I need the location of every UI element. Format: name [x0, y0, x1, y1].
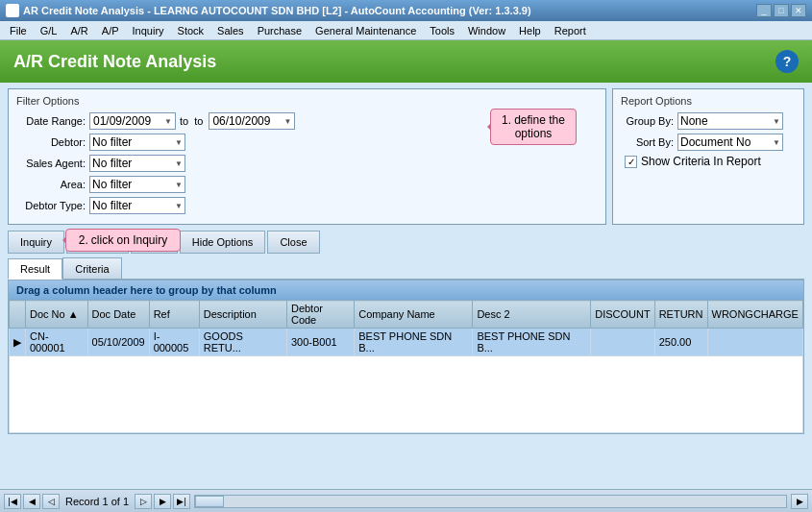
menu-help[interactable]: Help [513, 24, 547, 37]
area-row: Area: No filter ▼ [16, 176, 598, 193]
help-button[interactable]: ? [775, 50, 799, 73]
group-by-arrow: ▼ [773, 117, 780, 126]
header-banner: A/R Credit Note Analysis ? [0, 40, 812, 83]
col-company-name[interactable]: Company Name [355, 301, 473, 329]
debtor-label: Debtor: [16, 136, 86, 148]
window-controls: _ □ ✕ [756, 4, 806, 17]
tooltip1-balloon: 1. define the options [490, 109, 577, 145]
tabs: Result Criteria [8, 257, 804, 280]
filter-options-box: Filter Options Date Range: 01/09/2009 ▼ … [8, 88, 606, 225]
col-ref[interactable]: Ref [149, 301, 199, 329]
menu-window[interactable]: Window [462, 24, 511, 37]
table-row[interactable]: ▶ CN-000001 05/10/2009 I-000005 GOODS RE… [10, 329, 803, 356]
nav-last[interactable]: ▶| [173, 494, 190, 509]
nav-scroll-right[interactable]: ▶ [791, 494, 808, 509]
menu-ap[interactable]: A/P [96, 24, 125, 37]
menu-sales[interactable]: Sales [211, 24, 250, 37]
menu-general-maintenance[interactable]: General Maintenance [309, 24, 422, 37]
menu-bar: File G/L A/R A/P Inquiry Stock Sales Pur… [0, 21, 812, 40]
sales-agent-arrow: ▼ [175, 159, 183, 168]
inquiry-button[interactable]: Inquiry [8, 231, 64, 254]
cell-wrongcharge [707, 329, 803, 356]
date-to-label: to [180, 115, 188, 127]
nav-prev[interactable]: ◀ [23, 494, 40, 509]
col-doc-date[interactable]: Doc Date [87, 301, 149, 329]
menu-inquiry[interactable]: Inquiry [127, 24, 170, 37]
minimize-button[interactable]: _ [756, 4, 772, 17]
show-criteria-row: Show Criteria In Report [621, 155, 796, 168]
menu-stock[interactable]: Stock [172, 24, 210, 37]
date-to-input[interactable]: 06/10/2009 ▼ [209, 112, 295, 130]
nav-next2[interactable]: ▷ [135, 494, 152, 509]
area-label: Area: [16, 179, 86, 190]
filter-section: Filter Options Date Range: 01/09/2009 ▼ … [8, 88, 804, 225]
record-text: Record 1 of 1 [65, 496, 129, 507]
menu-gl[interactable]: G/L [35, 24, 63, 37]
maximize-button[interactable]: □ [774, 4, 789, 17]
col-doc-no[interactable]: Doc No ▲ [26, 301, 88, 329]
debtor-type-row: Debtor Type: No filter ▼ [16, 197, 598, 214]
horizontal-scrollbar[interactable] [194, 495, 787, 508]
filter-options-title: Filter Options [16, 95, 598, 107]
debtor-arrow: ▼ [175, 138, 183, 147]
row-marker: ▶ [10, 329, 26, 356]
table-container: Doc No ▲ Doc Date Ref Description Debtor… [9, 300, 803, 433]
app-icon [6, 4, 19, 17]
nav-first[interactable]: |◀ [4, 494, 21, 509]
close-button[interactable]: Close [267, 231, 319, 254]
cell-debtor-code: 300-B001 [286, 329, 354, 356]
date-from-arrow: ▼ [164, 117, 172, 126]
cell-discount [591, 329, 654, 356]
tab-criteria[interactable]: Criteria [62, 257, 121, 279]
title-bar: AR Credit Note Analysis - LEARNG AUTOCOU… [0, 0, 812, 21]
menu-ar[interactable]: A/R [64, 24, 93, 37]
col-description[interactable]: Description [199, 301, 286, 329]
page-title: A/R Credit Note Analysis [13, 52, 216, 72]
debtor-select[interactable]: No filter ▼ [89, 134, 185, 151]
sort-by-select[interactable]: Document No ▼ [677, 134, 783, 151]
date-to-arrow: ▼ [283, 117, 291, 126]
drag-header: Drag a column header here to group by th… [9, 280, 803, 300]
col-debtor-code[interactable]: Debtor Code [286, 301, 354, 329]
col-wrongcharge[interactable]: WRONGCHARGE [707, 301, 803, 329]
debtor-type-label: Debtor Type: [16, 200, 86, 211]
results-area: Drag a column header here to group by th… [8, 280, 804, 434]
debtor-type-select[interactable]: No filter ▼ [89, 197, 185, 214]
sort-by-arrow: ▼ [773, 138, 780, 147]
tab-result[interactable]: Result [8, 258, 62, 280]
hide-options-button[interactable]: Hide Options [180, 231, 266, 254]
report-options-title: Report Options [621, 95, 796, 107]
show-criteria-checkbox[interactable] [625, 156, 637, 168]
sales-agent-row: Sales Agent: No filter ▼ [16, 155, 598, 172]
data-table: Doc No ▲ Doc Date Ref Description Debtor… [9, 300, 803, 433]
nav-prev2[interactable]: ◁ [42, 494, 60, 509]
sales-agent-select[interactable]: No filter ▼ [89, 155, 185, 172]
cell-doc-date: 05/10/2009 [87, 329, 149, 356]
menu-report[interactable]: Report [549, 24, 592, 37]
group-by-row: Group By: None ▼ [621, 112, 796, 130]
date-from-input[interactable]: 01/09/2009 ▼ [89, 112, 176, 130]
cell-return: 250.00 [654, 329, 707, 356]
cell-company-name: BEST PHONE SDN B... [355, 329, 473, 356]
menu-purchase[interactable]: Purchase [252, 24, 308, 37]
date-range-label: Date Range: [16, 115, 86, 127]
close-button[interactable]: ✕ [791, 4, 806, 17]
scrollbar-thumb [195, 496, 224, 507]
area-select[interactable]: No filter ▼ [89, 176, 185, 193]
sort-by-label: Sort By: [621, 136, 674, 148]
main-content: Filter Options Date Range: 01/09/2009 ▼ … [0, 83, 812, 440]
menu-file[interactable]: File [4, 24, 33, 37]
nav-next[interactable]: ▶ [154, 494, 171, 509]
toolbar: Inquiry Preview Print Hide Options Close… [8, 231, 804, 254]
group-by-select[interactable]: None ▼ [677, 112, 783, 130]
to-text: to [194, 115, 203, 127]
empty-row [10, 356, 803, 433]
group-by-label: Group By: [621, 115, 674, 127]
report-options-box: Report Options Group By: None ▼ Sort By:… [612, 88, 804, 225]
menu-tools[interactable]: Tools [424, 24, 460, 37]
table-header-row: Doc No ▲ Doc Date Ref Description Debtor… [10, 301, 803, 329]
col-return[interactable]: RETURN [654, 301, 707, 329]
col-discount[interactable]: DISCOUNT [591, 301, 654, 329]
tooltip2-balloon: 2. click on Inquiry [65, 229, 181, 252]
col-desc2[interactable]: Desc 2 [473, 301, 591, 329]
